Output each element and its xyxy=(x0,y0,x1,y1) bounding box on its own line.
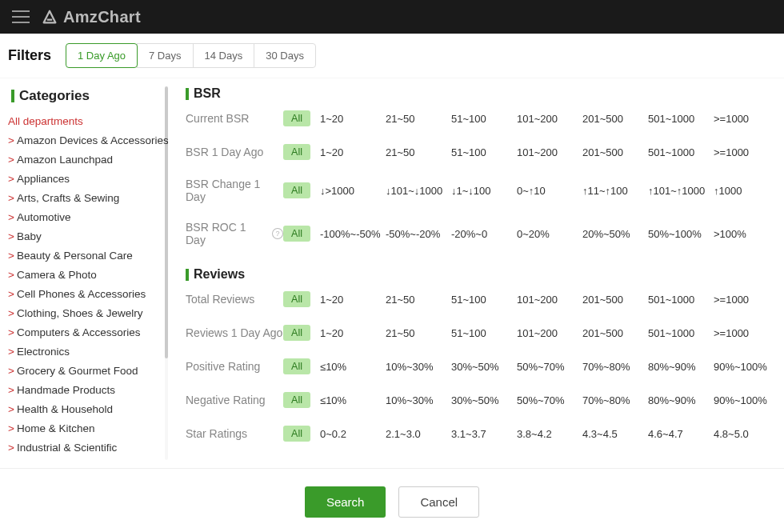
filter-option[interactable]: ↑1000 xyxy=(714,185,779,197)
filter-option-all[interactable]: All xyxy=(283,426,310,442)
time-tab-7-days[interactable]: 7 Days xyxy=(137,43,193,68)
filter-option[interactable]: 501~1000 xyxy=(648,327,714,339)
category-item[interactable]: >Automotive xyxy=(8,208,163,227)
filter-option[interactable]: 1~20 xyxy=(320,113,386,125)
filter-option[interactable]: >=1000 xyxy=(714,294,779,306)
filter-option[interactable]: 201~500 xyxy=(582,146,648,158)
filter-option[interactable]: 70%~80% xyxy=(582,361,648,373)
filter-option[interactable]: >=1000 xyxy=(714,327,779,339)
category-item[interactable]: >Amazon Launchpad xyxy=(8,150,163,170)
brand-logo[interactable]: AmzChart xyxy=(41,8,141,26)
filter-option[interactable]: 90%~100% xyxy=(714,361,779,373)
filter-option[interactable]: 90%~100% xyxy=(714,394,779,406)
category-item[interactable]: >Clothing, Shoes & Jewelry xyxy=(8,304,163,323)
filter-option[interactable]: 10%~30% xyxy=(386,361,451,373)
filter-option[interactable]: 80%~90% xyxy=(648,394,714,406)
category-item[interactable]: >Grocery & Gourmet Food xyxy=(8,362,163,381)
filter-option[interactable]: 30%~50% xyxy=(451,361,517,373)
filter-option[interactable]: -100%~-50% xyxy=(320,228,386,240)
filter-option[interactable]: 0~20% xyxy=(517,228,582,240)
filter-option[interactable]: 501~1000 xyxy=(648,146,714,158)
filter-option[interactable]: 201~500 xyxy=(582,327,648,339)
filter-option[interactable]: 4.6~4.7 xyxy=(648,428,714,440)
time-tab-30-days[interactable]: 30 Days xyxy=(254,43,316,68)
category-item[interactable]: >Amazon Devices & Accessories xyxy=(8,131,163,150)
filter-option[interactable]: 21~50 xyxy=(386,146,451,158)
filter-option-all[interactable]: All xyxy=(283,110,310,126)
filter-option[interactable]: 20%~50% xyxy=(582,228,648,240)
time-tab-1-day-ago[interactable]: 1 Day Ago xyxy=(66,43,138,68)
search-button[interactable]: Search xyxy=(305,486,386,518)
filter-option[interactable]: 0~0.2 xyxy=(320,428,386,440)
filter-option[interactable]: -50%~-20% xyxy=(386,228,451,240)
filter-option[interactable]: 80%~90% xyxy=(648,361,714,373)
category-item[interactable]: >Cell Phones & Accessories xyxy=(8,285,163,304)
category-item[interactable]: >Computers & Accessories xyxy=(8,323,163,342)
filter-option[interactable]: 101~200 xyxy=(517,294,582,306)
filter-option[interactable]: >100% xyxy=(714,228,779,240)
filter-option[interactable]: 70%~80% xyxy=(582,394,648,406)
filter-option[interactable]: 101~200 xyxy=(517,146,582,158)
filter-option[interactable]: 4.8~5.0 xyxy=(714,428,779,440)
category-item[interactable]: >Baby xyxy=(8,227,163,246)
filter-option[interactable]: 501~1000 xyxy=(648,294,714,306)
filter-option[interactable]: 201~500 xyxy=(582,113,648,125)
filter-option[interactable]: 51~100 xyxy=(451,146,517,158)
category-item[interactable]: >Appliances xyxy=(8,170,163,189)
category-item[interactable]: >Industrial & Scientific xyxy=(8,438,163,456)
filter-option[interactable]: 51~100 xyxy=(451,294,517,306)
filter-option[interactable]: 0~↑10 xyxy=(517,185,582,197)
filter-option[interactable]: 2.1~3.0 xyxy=(386,428,451,440)
category-item[interactable]: >Health & Household xyxy=(8,400,163,419)
category-root[interactable]: All departments xyxy=(8,112,163,131)
categories-list[interactable]: All departments>Amazon Devices & Accesso… xyxy=(8,112,168,456)
filter-option[interactable]: 51~100 xyxy=(451,113,517,125)
category-item[interactable]: >Handmade Products xyxy=(8,381,163,400)
filter-option[interactable]: ≤10% xyxy=(320,394,386,406)
filter-option[interactable]: >=1000 xyxy=(714,113,779,125)
filter-option[interactable]: ↓1~↓100 xyxy=(451,185,517,197)
filter-option[interactable]: 101~200 xyxy=(517,113,582,125)
filter-option-all[interactable]: All xyxy=(283,226,310,242)
filter-option[interactable]: 30%~50% xyxy=(451,394,517,406)
filter-option[interactable]: -20%~0 xyxy=(451,228,517,240)
filter-option[interactable]: 3.1~3.7 xyxy=(451,428,517,440)
filter-option-all[interactable]: All xyxy=(283,182,310,198)
category-item[interactable]: >Arts, Crafts & Sewing xyxy=(8,189,163,208)
filter-option[interactable]: >=1000 xyxy=(714,146,779,158)
filter-option[interactable]: 1~20 xyxy=(320,146,386,158)
filter-option[interactable]: ↑11~↑100 xyxy=(582,185,648,197)
filter-option-all[interactable]: All xyxy=(283,291,310,307)
scrollbar-thumb[interactable] xyxy=(165,86,168,358)
category-item[interactable]: >Home & Kitchen xyxy=(8,419,163,438)
filter-option-all[interactable]: All xyxy=(283,358,310,374)
category-item[interactable]: >Beauty & Personal Care xyxy=(8,246,163,266)
filter-option[interactable]: 4.3~4.5 xyxy=(582,428,648,440)
filter-option[interactable]: ↓>1000 xyxy=(320,185,386,197)
category-item[interactable]: >Electronics xyxy=(8,342,163,362)
filter-option-all[interactable]: All xyxy=(283,325,310,341)
filter-option[interactable]: 1~20 xyxy=(320,294,386,306)
filter-option[interactable]: 101~200 xyxy=(517,327,582,339)
filter-option[interactable]: ↓101~↓1000 xyxy=(386,185,451,197)
category-item[interactable]: >Camera & Photo xyxy=(8,266,163,285)
cancel-button[interactable]: Cancel xyxy=(398,486,479,518)
filter-option-all[interactable]: All xyxy=(283,144,310,160)
filter-option[interactable]: 21~50 xyxy=(386,327,451,339)
filter-option[interactable]: 501~1000 xyxy=(648,113,714,125)
filter-option[interactable]: 21~50 xyxy=(386,294,451,306)
filter-option[interactable]: 10%~30% xyxy=(386,394,451,406)
filter-option-all[interactable]: All xyxy=(283,392,310,408)
filter-option[interactable]: 201~500 xyxy=(582,294,648,306)
filter-option[interactable]: ≤10% xyxy=(320,361,386,373)
filter-option[interactable]: 3.8~4.2 xyxy=(517,428,582,440)
filter-option[interactable]: 50%~70% xyxy=(517,361,582,373)
info-icon[interactable]: ? xyxy=(272,228,283,239)
filter-option[interactable]: ↑101~↑1000 xyxy=(648,185,714,197)
filter-option[interactable]: 50%~100% xyxy=(648,228,714,240)
filter-option[interactable]: 51~100 xyxy=(451,327,517,339)
menu-icon[interactable] xyxy=(12,10,30,23)
filter-option[interactable]: 1~20 xyxy=(320,327,386,339)
time-tab-14-days[interactable]: 14 Days xyxy=(193,43,255,68)
filter-option[interactable]: 50%~70% xyxy=(517,394,582,406)
